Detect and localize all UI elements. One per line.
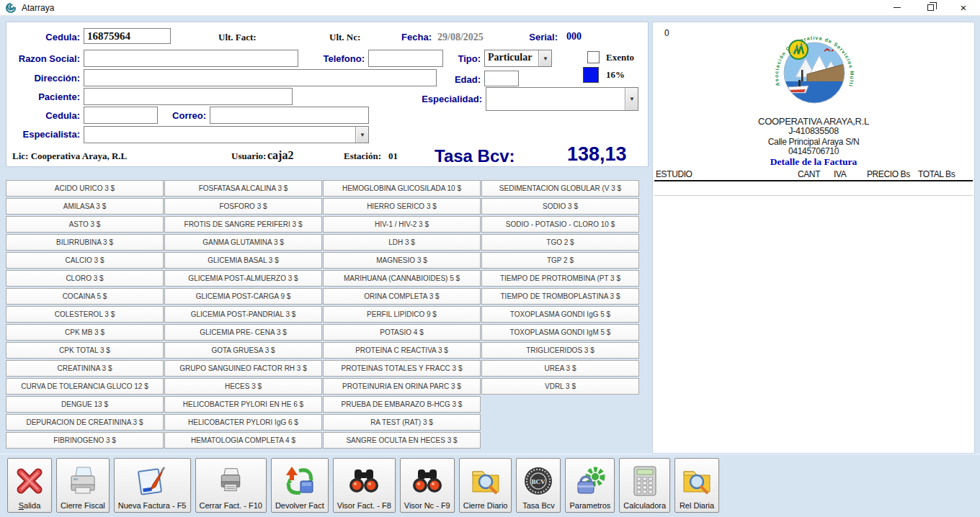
test-button[interactable]: GANMA GLUTAMINA 3 $: [164, 234, 322, 251]
test-button[interactable]: TGP 2 $: [481, 252, 639, 269]
test-button[interactable]: CREATININA 3 $: [6, 360, 164, 377]
test-button[interactable]: CLORO 3 $: [6, 270, 164, 287]
tests-column: HEMOGLOBINA GLICOSILADA 10 $HIERRO SERIC…: [323, 180, 481, 450]
printer-icon: [67, 461, 99, 501]
especialista-select[interactable]: ▼: [84, 126, 369, 143]
close-button[interactable]: ×: [947, 0, 980, 16]
test-button[interactable]: HELICOBACTER PYLORI EN HE 6 $: [164, 396, 322, 413]
test-button[interactable]: TIEMPO DE TROMBOPLASTINA 3 $: [481, 288, 639, 305]
test-button[interactable]: TOXOPLASMA GONDI IgM 5 $: [481, 324, 639, 341]
test-button[interactable]: CALCIO 3 $: [6, 252, 164, 269]
test-button[interactable]: ASTO 3 $: [6, 216, 164, 233]
test-button[interactable]: POTASIO 4 $: [323, 324, 481, 341]
chevron-down-icon: ▼: [625, 88, 638, 110]
test-button[interactable]: COLESTEROL 3 $: [6, 306, 164, 323]
test-button[interactable]: PROTEINAS TOTALES Y FRACC 3 $: [323, 360, 481, 377]
test-button[interactable]: HECES 3 $: [164, 378, 322, 395]
test-button[interactable]: GLICEMIA POST-PANDRIAL 3 $: [164, 306, 322, 323]
test-button[interactable]: HEMATOLOGIA COMPLETA 4 $: [164, 432, 322, 449]
test-button[interactable]: TOXOPLASMA GONDI IgG 5 $: [481, 306, 639, 323]
test-button[interactable]: HIV-1 / HIV-2 3 $: [323, 216, 481, 233]
test-button[interactable]: SODIO - POTASIO - CLORO 10 $: [481, 216, 639, 233]
test-button[interactable]: PRUEBA DE EMBARAZO B-HCG 3 $: [323, 396, 481, 413]
devolver-factura-button[interactable]: Devolver Fact: [271, 458, 329, 513]
test-button[interactable]: HEMOGLOBINA GLICOSILADA 10 $: [323, 180, 481, 197]
cierre-fiscal-button[interactable]: Cierre Fiscal: [56, 458, 110, 513]
exento-checkbox[interactable]: [587, 51, 600, 63]
test-button[interactable]: GLICEMIA PRE- CENA 3 $: [164, 324, 322, 341]
new-invoice-icon: [135, 461, 169, 501]
test-button[interactable]: COCAINA 5 $: [6, 288, 164, 305]
company-name: COOPERATIVA ARAYA,R.L: [653, 116, 974, 127]
test-button[interactable]: LDH 3 $: [323, 234, 481, 251]
test-button[interactable]: CPK TOTAL 3 $: [6, 342, 164, 359]
edad-input[interactable]: [484, 71, 519, 86]
chevron-down-icon: ▼: [539, 50, 551, 66]
visor-fact-button[interactable]: Visor Fact. - F8: [333, 458, 396, 513]
cedula-paciente-input[interactable]: [84, 107, 158, 124]
test-button[interactable]: PROTEINURIA EN ORINA PARC 3 $: [323, 378, 481, 395]
rel-diaria-button[interactable]: Rel Diaria: [674, 458, 719, 513]
test-button[interactable]: UREA 3 $: [481, 360, 639, 377]
minimize-button[interactable]: [881, 0, 914, 16]
test-button[interactable]: GOTA GRUESA 3 $: [164, 342, 322, 359]
test-button[interactable]: TRIGLICERIDOS 3 $: [481, 342, 639, 359]
iva16-checkbox[interactable]: [583, 67, 599, 83]
restore-button[interactable]: [914, 0, 947, 16]
edad-label: Edad:: [432, 74, 481, 85]
nueva-factura-button[interactable]: Nueva Factura - F5: [114, 458, 191, 513]
test-button[interactable]: PROTEINA C REACTIVA 3 $: [323, 342, 481, 359]
test-button[interactable]: GLICEMIA BASAL 3 $: [164, 252, 322, 269]
direccion-input[interactable]: [84, 69, 437, 86]
tool-button-label: Cierre Fiscal: [61, 501, 105, 511]
direccion-label: Dirección:: [6, 73, 80, 84]
title-bar: Atarraya ×: [0, 0, 980, 16]
test-button[interactable]: HELICOBACTER PYLORI IgG 6 $: [164, 414, 322, 431]
test-button[interactable]: DENGUE 13 $: [6, 396, 164, 413]
salida-button[interactable]: Salida: [7, 458, 52, 513]
test-button[interactable]: MAGNESIO 3 $: [323, 252, 481, 269]
razon-social-label: Razon Social:: [6, 53, 80, 64]
tipo-select[interactable]: Particular ▼: [484, 50, 552, 67]
calculadora-button[interactable]: Calculadora: [619, 458, 670, 513]
test-button[interactable]: RA TEST (RAT) 3 $: [323, 414, 481, 431]
cierre-diario-button[interactable]: Cierre Diario: [459, 458, 512, 513]
visor-nc-button[interactable]: Visor Nc - F9: [400, 458, 455, 513]
test-button[interactable]: SEDIMENTACION GLOBULAR (V 3 $: [481, 180, 639, 197]
test-button[interactable]: SANGRE OCULTA EN HECES 3 $: [323, 432, 481, 449]
test-button[interactable]: FOSFATASA ALCALINA 3 $: [164, 180, 322, 197]
test-button[interactable]: FIBRINOGENO 3 $: [6, 432, 164, 449]
test-button[interactable]: GLICEMIA POST-ALMUERZO 3 $: [164, 270, 322, 287]
bcv-seal-icon: BCV: [523, 461, 553, 501]
test-button[interactable]: FOSFORO 3 $: [164, 198, 322, 215]
binoculars-icon: [347, 461, 380, 501]
test-button[interactable]: VDRL 3 $: [481, 378, 639, 395]
test-button[interactable]: MARIHUANA (CANNABIOIDES) 5 $: [323, 270, 481, 287]
test-button[interactable]: FROTIS DE SANGRE PERIFERI 3 $: [164, 216, 322, 233]
test-button[interactable]: HIERRO SERICO 3 $: [323, 198, 481, 215]
test-button[interactable]: DEPURACION DE CREATININA 3 $: [6, 414, 164, 431]
razon-social-input[interactable]: [84, 50, 298, 67]
test-button[interactable]: TIEMPO DE PROTROMBINA (PT 3 $: [481, 270, 639, 287]
tasa-bcv-button[interactable]: BCV Tasa Bcv: [516, 458, 561, 513]
test-button[interactable]: CURVA DE TOLERANCIA GLUCO 12 $: [6, 378, 164, 395]
invoice-column-header: ESTUDIO: [656, 169, 692, 179]
correo-input[interactable]: [210, 107, 369, 124]
test-button[interactable]: BILIRRUBINA 3 $: [6, 234, 164, 251]
especialidad-select[interactable]: ▼: [486, 87, 638, 111]
cerrar-factura-button[interactable]: Cerrar Fact. - F10: [195, 458, 267, 513]
test-button[interactable]: GLICEMIA POST-CARGA 9 $: [164, 288, 322, 305]
parametros-button[interactable]: Parametros: [565, 458, 615, 513]
test-button[interactable]: CPK MB 3 $: [6, 324, 164, 341]
test-button[interactable]: SODIO 3 $: [481, 198, 639, 215]
tests-column: ACIDO URICO 3 $AMILASA 3 $ASTO 3 $BILIRR…: [6, 180, 164, 450]
paciente-input[interactable]: [84, 88, 293, 105]
test-button[interactable]: ACIDO URICO 3 $: [6, 180, 164, 197]
test-button[interactable]: AMILASA 3 $: [6, 198, 164, 215]
invoice-detail-title: Detalle de la Factura: [653, 156, 974, 168]
test-button[interactable]: PERFIL LIPIDICO 9 $: [323, 306, 481, 323]
cedula-input[interactable]: [84, 28, 171, 44]
test-button[interactable]: TGO 2 $: [481, 234, 639, 251]
test-button[interactable]: ORINA COMPLETA 3 $: [323, 288, 481, 305]
test-button[interactable]: GRUPO SANGUINEO FACTOR RH 3 $: [164, 360, 322, 377]
